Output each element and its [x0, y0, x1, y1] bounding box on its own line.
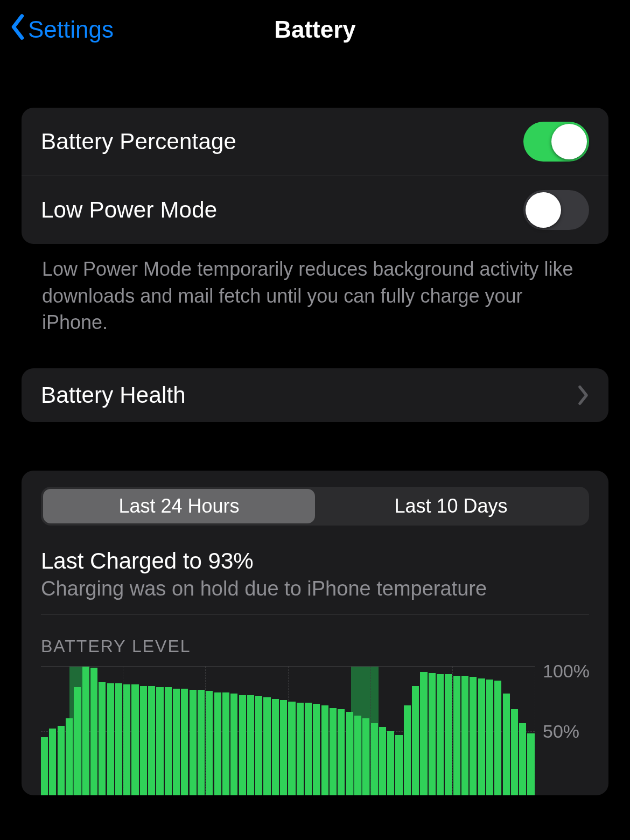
battery-percentage-row: Battery Percentage [22, 108, 608, 176]
chart-bar [115, 683, 122, 795]
chart-bar [429, 673, 436, 795]
battery-percentage-label: Battery Percentage [41, 129, 236, 155]
chart-bar [511, 709, 518, 795]
y-tick-50: 50% [543, 721, 579, 742]
chart-bar [305, 703, 312, 795]
chart-bar [82, 667, 89, 795]
chart-bar [107, 683, 114, 795]
chart-title: BATTERY LEVEL [41, 636, 589, 656]
chart-bar [66, 718, 73, 795]
low-power-mode-label: Low Power Mode [41, 197, 217, 223]
chart-bar [297, 703, 304, 795]
chart-bar [354, 716, 361, 795]
chart-bar [123, 684, 130, 795]
low-power-footnote: Low Power Mode temporarily reduces backg… [22, 244, 608, 336]
low-power-mode-switch[interactable] [523, 190, 589, 230]
chart-bar [362, 718, 369, 795]
y-tick-100: 100% [543, 661, 590, 682]
battery-level-chart: 100% 50% [41, 666, 589, 795]
chart-bar [420, 672, 427, 795]
chart-bar [49, 729, 56, 795]
chevron-left-icon [10, 13, 26, 46]
chart-bar [222, 692, 229, 795]
time-range-segmented: Last 24 Hours Last 10 Days [41, 487, 589, 526]
chart-bar [330, 708, 337, 796]
chart-bar [173, 689, 180, 795]
chart-bar [494, 681, 501, 795]
chart-bar [478, 678, 485, 795]
chart-bar [41, 737, 48, 795]
chart-bar [527, 733, 534, 795]
chart-bar [198, 690, 205, 795]
chart-bar [387, 731, 394, 796]
chart-bar [371, 723, 378, 795]
chart-bar [156, 687, 163, 795]
battery-health-row[interactable]: Battery Health [22, 368, 608, 422]
chart-bar [346, 712, 353, 795]
usage-card: Last 24 Hours Last 10 Days Last Charged … [22, 471, 608, 795]
chart-bar [230, 694, 237, 795]
chart-bar [461, 676, 468, 795]
chart-bar [412, 686, 419, 795]
chart-bar [206, 691, 213, 795]
chart-bar [165, 687, 172, 795]
battery-health-group: Battery Health [22, 368, 608, 422]
chart-bar [321, 705, 328, 795]
chart-bar [404, 705, 411, 795]
chart-bar [74, 687, 81, 795]
battery-health-label: Battery Health [41, 382, 186, 408]
chart-bar [131, 684, 138, 795]
chart-bar [280, 700, 287, 795]
chart-bar [140, 686, 147, 795]
chart-bar [190, 690, 197, 795]
chart-bar [379, 727, 386, 795]
chevron-right-icon [577, 384, 589, 406]
chart-bar [263, 697, 270, 795]
chart-bar [519, 723, 526, 795]
chart-bar [503, 694, 510, 795]
back-label: Settings [28, 16, 114, 43]
chart-bar [239, 695, 246, 795]
chart-bar [272, 699, 279, 795]
chart-bar [486, 680, 493, 795]
divider [41, 614, 589, 615]
chart-bar [99, 682, 106, 795]
chart-bar [445, 674, 452, 795]
last-charged-title: Last Charged to 93% [41, 548, 589, 574]
chart-bar [313, 704, 320, 795]
chart-bar [255, 696, 262, 795]
chart-bar [148, 686, 155, 795]
chart-bar [90, 668, 97, 795]
toggle-group: Battery Percentage Low Power Mode [22, 108, 608, 244]
seg-last-24-hours[interactable]: Last 24 Hours [43, 489, 315, 523]
chart-bar [395, 735, 402, 795]
chart-bar [247, 695, 254, 795]
chart-bar [288, 702, 295, 795]
low-power-mode-row: Low Power Mode [22, 176, 608, 244]
chart-bar [338, 709, 345, 795]
chart-bar [214, 692, 221, 795]
chart-bar [58, 726, 65, 795]
chart-bar [437, 674, 444, 795]
seg-last-10-days[interactable]: Last 10 Days [315, 489, 587, 523]
chart-bar [470, 677, 477, 795]
chart-bar [453, 676, 460, 795]
back-button[interactable]: Settings [0, 13, 114, 46]
last-charged-subtitle: Charging was on hold due to iPhone tempe… [41, 577, 589, 600]
battery-percentage-switch[interactable] [523, 122, 589, 162]
chart-bar [181, 689, 188, 795]
